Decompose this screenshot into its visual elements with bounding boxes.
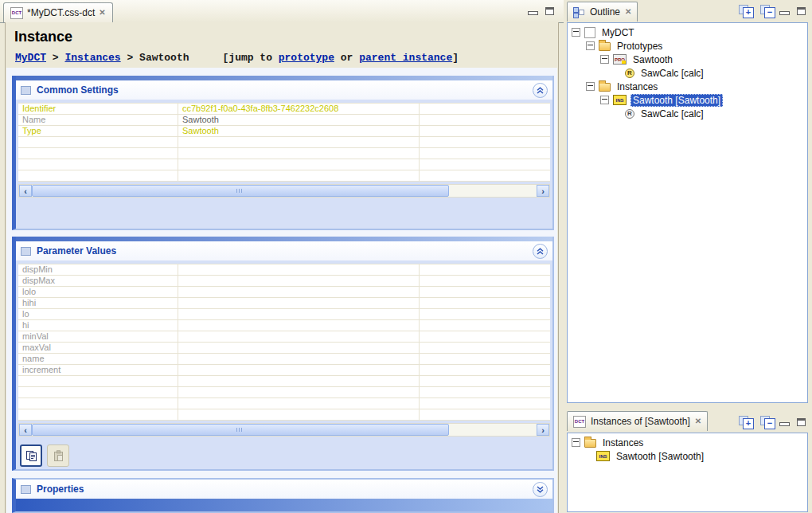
tree-item-prototype-sawcalc[interactable]: R SawCalc [calc] [568,66,807,80]
table-row: dispMax [18,276,550,287]
properties-section: Properties [12,478,554,513]
tree-item-prototypes[interactable]: Prototypes [568,39,807,53]
scroll-left-button[interactable]: ‹ [19,424,32,436]
editor-tab-mydct[interactable]: DCT *MyDCT.css-dct ✕ [3,2,113,22]
scroll-left-button[interactable]: ‹ [19,185,32,197]
collapse-toggle[interactable] [600,96,609,104]
field-value[interactable]: Sawtooth [178,126,420,136]
outline-maximize-button[interactable] [797,7,806,15]
mydct-model-icon [584,27,595,38]
collapse-toggle[interactable] [572,28,580,37]
copy-button[interactable] [20,444,42,467]
scrollbar-thumb[interactable] [32,424,449,436]
table-row-empty [18,409,550,421]
outline-close-icon[interactable]: ✕ [625,8,631,16]
page-title: Instance [14,29,72,45]
editor-area: DCT *MyDCT.css-dct ✕ Instance MyDCT > In… [0,0,564,513]
table-row: name [18,354,550,365]
plus-icon: + [743,418,754,429]
instances-of-close-icon[interactable]: ✕ [695,417,701,425]
copy-icon [25,450,37,462]
editor-tab-close-icon[interactable]: ✕ [99,9,105,17]
tree-item-mydct[interactable]: MyDCT [568,25,807,39]
table-row-empty [18,170,550,182]
param-value[interactable] [178,264,420,275]
collapse-toggle[interactable] [586,41,595,50]
collapse-common-settings-button[interactable] [533,83,548,98]
tree-item-prototype-sawtooth[interactable]: PRO Sawtooth [568,53,807,66]
tree-item-label: Prototypes [615,40,665,53]
chevron-up-icon [537,87,544,94]
field-value[interactable]: cc7b92f1-f0a0-43fa-8fb3-7462232c2608 [178,104,420,114]
scrollbar-thumb[interactable] [32,185,449,197]
collapse-all-button[interactable]: − [760,416,775,429]
tree-item-label: Instances [615,80,660,93]
instances-of-minimize-button[interactable] [779,422,790,426]
editor-minimize-button[interactable] [528,11,538,15]
scrollbar-track[interactable] [449,424,537,436]
field-value[interactable]: Sawtooth [178,115,420,125]
table-row-empty [18,376,550,387]
param-value[interactable] [178,365,420,375]
parameter-values-section: Parameter Values dispMin dispMax lolo hi… [12,237,554,471]
tree-item-instances[interactable]: Instances [568,80,807,93]
param-label: hihi [18,298,178,308]
scrollbar-track[interactable] [449,185,537,197]
outline-view-tab[interactable]: Outline ✕ [567,2,638,22]
field-extra[interactable] [420,115,550,125]
editor-maximize-button[interactable] [545,7,554,15]
instances-of-maximize-button[interactable] [797,418,806,426]
scroll-right-button[interactable]: › [537,185,549,197]
expand-all-button[interactable]: + [739,416,754,429]
breadcrumb-link-mydct[interactable]: MyDCT [15,52,46,64]
table-row: hihi [18,298,550,309]
field-label: Name [18,115,178,125]
param-value[interactable] [178,309,420,319]
jump-text-open: [jump to [223,52,279,64]
collapse-parameter-values-button[interactable] [533,244,548,259]
tree-item-instance-sawcalc[interactable]: R SawCalc [calc] [568,107,807,120]
table-row: hi [18,320,550,331]
paste-button[interactable] [47,444,69,467]
tree-item-instance-sawtooth[interactable]: INS Sawtooth [Sawtooth] [568,93,807,107]
param-value[interactable] [178,320,420,331]
tree-item-label: SawCalc [calc] [638,108,706,120]
tree-item-instance-sawtooth[interactable]: INS Sawtooth [Sawtooth] [568,449,807,463]
instances-of-view-title: Instances of [Sawtooth] [591,416,690,427]
param-value[interactable] [178,354,420,364]
prototype-icon: PRO [613,54,627,65]
jump-to-prototype-link[interactable]: prototype [279,52,334,64]
record-icon: R [625,69,634,78]
instance-icon: INS [613,95,627,105]
scroll-right-button[interactable]: › [537,424,549,436]
expand-properties-button[interactable] [533,482,548,497]
folder-icon [599,83,611,92]
field-extra[interactable] [420,104,550,114]
outline-minimize-button[interactable] [779,11,790,15]
param-value[interactable] [178,298,420,308]
section-icon [21,86,31,95]
param-value[interactable] [178,343,420,353]
horizontal-scrollbar: ‹ › [18,423,550,437]
common-settings-table: Identifier cc7b92f1-f0a0-43fa-8fb3-74622… [18,103,550,182]
field-label: Type [18,126,178,136]
collapse-toggle[interactable] [586,82,595,91]
field-extra[interactable] [420,126,550,136]
collapse-toggle[interactable] [600,55,609,64]
collapse-all-button[interactable]: − [760,5,775,18]
param-value[interactable] [178,287,420,297]
chevron-up-icon [537,248,544,255]
instances-of-view-tab[interactable]: DCT Instances of [Sawtooth] ✕ [567,411,708,431]
collapse-toggle[interactable] [572,438,580,447]
folder-icon [584,439,596,448]
param-value[interactable] [178,331,420,342]
jump-to-parent-instance-link[interactable]: parent instance [359,52,452,64]
table-row-empty [18,398,550,409]
tree-item-instances[interactable]: Instances [568,436,807,449]
table-row: maxVal [18,343,550,354]
field-label: Identifier [18,104,178,114]
parameter-values-title: Parameter Values [37,245,527,256]
breadcrumb-link-instances[interactable]: Instances [64,52,120,64]
param-value[interactable] [178,276,420,286]
expand-all-button[interactable]: + [739,5,754,18]
